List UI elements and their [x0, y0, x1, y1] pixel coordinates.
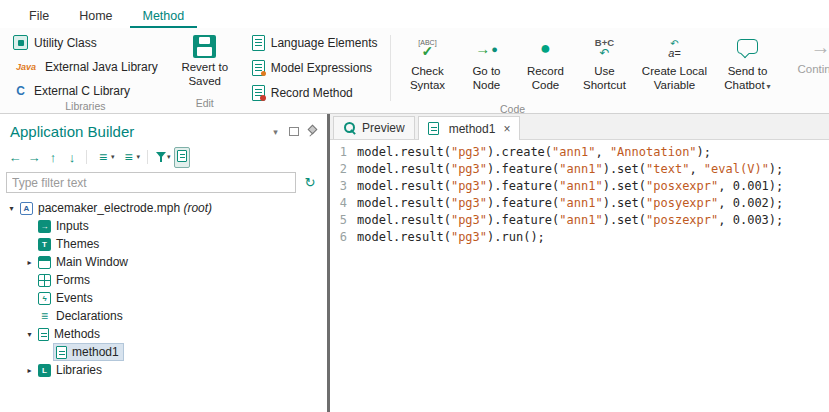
tree-item-inputs[interactable]: →Inputs: [0, 217, 325, 235]
button-label: Continue: [797, 63, 829, 77]
code-text: model.result("pg3").run();: [357, 229, 545, 246]
close-tab-icon[interactable]: ×: [503, 122, 510, 136]
continue-button[interactable]: Continue: [792, 33, 829, 79]
ribbon-group-edit: Revert to Saved Edit: [171, 28, 239, 113]
model-expressions-button[interactable]: Model Expressions: [247, 58, 383, 78]
tree-item-label: Inputs: [56, 219, 89, 233]
use-shortcut-button[interactable]: Use Shortcut: [576, 33, 632, 95]
tab-home[interactable]: Home: [66, 3, 125, 28]
code-area[interactable]: 1model.result("pg3").create("ann1", "Ann…: [330, 140, 829, 412]
toolbar-separator: [86, 150, 87, 164]
window-icon: [38, 256, 51, 269]
panel-menu-icon[interactable]: [270, 126, 281, 137]
collapse-twisty-icon[interactable]: ▾: [6, 204, 17, 213]
filter-row: [0, 170, 325, 196]
create-local-variable-button[interactable]: Create Local Variable: [635, 33, 713, 95]
method-icon: [428, 122, 439, 135]
record-method-button[interactable]: Record Method: [247, 83, 383, 103]
send-to-chatbot-button[interactable]: Send to Chatbot: [716, 33, 778, 95]
move-down-icon[interactable]: [63, 148, 81, 166]
panel-title-icons: [270, 126, 317, 137]
ribbon-group-continue: Continue: [786, 28, 829, 113]
button-label: Utility Class: [34, 36, 97, 50]
utility-class-button[interactable]: Utility Class: [8, 33, 102, 52]
ribbon-content: Utility Class External Java Library Exte…: [0, 28, 829, 113]
model-expressions-icon: [252, 60, 265, 76]
save-disk-icon: [193, 35, 216, 58]
libraries-group-body: Utility Class External Java Library Exte…: [2, 28, 169, 100]
code-text: model.result("pg3").feature("ann1").set(…: [357, 178, 783, 195]
button-label: Create Local Variable: [637, 65, 711, 93]
tree-item-label: pacemaker_electrode.mph: [38, 201, 180, 215]
c-language-icon: [13, 83, 28, 98]
button-label: Model Expressions: [271, 61, 372, 75]
filter-input[interactable]: [6, 172, 296, 193]
tree-item-box: Methods: [35, 325, 105, 343]
events-icon: ϟ: [38, 292, 51, 305]
refresh-icon[interactable]: [301, 174, 319, 192]
chevron-down-icon: [765, 79, 771, 91]
tree-item-box: TThemes: [35, 235, 104, 253]
back-icon[interactable]: [6, 148, 24, 166]
line-number: 6: [330, 229, 357, 246]
tree-item-root[interactable]: ▾Apacemaker_electrode.mph (root): [0, 199, 325, 217]
tab-file[interactable]: File: [16, 3, 62, 28]
editor-tools-toggle-button[interactable]: [174, 147, 190, 168]
main-area: Application Builder: [0, 114, 829, 412]
external-c-library-button[interactable]: External C Library: [8, 81, 135, 100]
revert-to-saved-button[interactable]: Revert to Saved: [177, 33, 233, 91]
editor-tab-Preview[interactable]: Preview: [333, 116, 415, 139]
tree-item-forms[interactable]: Forms: [0, 271, 325, 289]
themes-icon: T: [38, 238, 51, 251]
tree-item-box: →Inputs: [35, 217, 94, 235]
editor-tabbar: Previewmethod1×: [330, 114, 829, 140]
tree-item-box: ϟEvents: [35, 289, 98, 307]
float-panel-icon[interactable]: [288, 126, 299, 137]
language-elements-button[interactable]: Language Elements: [247, 33, 383, 53]
record-code-button[interactable]: Record Code: [517, 33, 573, 95]
collapse-twisty-icon[interactable]: ▾: [24, 330, 35, 339]
expand-twisty-icon[interactable]: ▸: [24, 366, 35, 375]
ribbon: File Home Method Utility Class External …: [0, 0, 829, 114]
button-label: External Java Library: [45, 60, 158, 74]
code-line: 1model.result("pg3").create("ann1", "Ann…: [330, 144, 829, 161]
go-to-node-button[interactable]: Go to Node: [458, 33, 514, 95]
check-syntax-button[interactable]: Check Syntax: [399, 33, 455, 95]
code-line: 5model.result("pg3").feature("ann1").set…: [330, 212, 829, 229]
expand-nodes-menu-button[interactable]: [92, 147, 117, 167]
tree-item-label: Events: [56, 291, 93, 305]
tree-item-box: LLibraries: [35, 361, 107, 379]
approot-icon: A: [20, 202, 33, 215]
tree-item-methods[interactable]: ▾Methods: [0, 325, 325, 343]
pin-icon[interactable]: [306, 126, 317, 137]
continue-arrow-icon: [805, 35, 829, 60]
move-up-icon[interactable]: [44, 148, 62, 166]
java-icon: [13, 59, 39, 74]
preview-icon: [343, 121, 357, 135]
panel-title-bar: Application Builder: [0, 114, 325, 144]
record-code-icon: [532, 35, 558, 62]
funnel-icon: [155, 151, 168, 164]
tree-item-method1[interactable]: method1: [0, 343, 325, 361]
line-number: 2: [330, 161, 357, 178]
line-number: 4: [330, 195, 357, 212]
tree-item-main-window[interactable]: ▸Main Window: [0, 253, 325, 271]
tree-item-declarations[interactable]: ≡Declarations: [0, 307, 325, 325]
check-syntax-icon: [411, 35, 443, 62]
editor-tab-method1[interactable]: method1×: [418, 116, 521, 140]
external-java-library-button[interactable]: External Java Library: [8, 57, 163, 76]
filter-menu-button[interactable]: [153, 150, 173, 165]
expand-twisty-icon[interactable]: ▸: [24, 258, 35, 267]
tree-item-label: Declarations: [56, 309, 123, 323]
node-list-icon: [120, 148, 138, 166]
tree-item-events[interactable]: ϟEvents: [0, 289, 325, 307]
tab-method[interactable]: Method: [130, 3, 198, 28]
tree-item-libraries[interactable]: ▸LLibraries: [0, 361, 325, 379]
collapse-nodes-menu-button[interactable]: [118, 147, 143, 167]
forward-icon[interactable]: [25, 148, 43, 166]
use-shortcut-icon: [589, 35, 619, 62]
editor-tools-icon: [177, 150, 187, 162]
button-label: Revert to Saved: [179, 61, 231, 89]
tree-item-themes[interactable]: TThemes: [0, 235, 325, 253]
button-label: Language Elements: [271, 36, 378, 50]
